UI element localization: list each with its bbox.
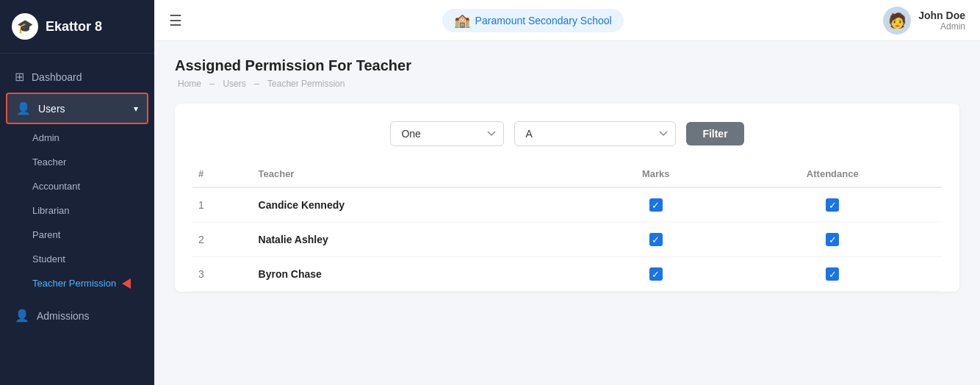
sidebar-item-label-admissions: Admissions (37, 310, 90, 322)
active-arrow-indicator (122, 278, 131, 289)
sidebar-subitem-teacher-permission[interactable]: Teacher Permission (0, 271, 154, 295)
breadcrumb-current: Teacher Permission (267, 79, 345, 89)
school-badge: 🏫 Paramount Secondary School (442, 9, 624, 32)
sidebar-subitem-label-teacher: Teacher (32, 156, 66, 168)
attendance-checkbox[interactable]: ✓ (826, 233, 839, 246)
cell-attendance: ✓ (724, 187, 942, 223)
sidebar-subitem-librarian[interactable]: Librarian (0, 198, 154, 223)
sidebar-subitem-accountant[interactable]: Accountant (0, 174, 154, 198)
table-row: 2 Natalie Ashley ✓ ✓ (192, 223, 942, 257)
page-title: Assigned Permission For Teacher (175, 57, 959, 74)
sidebar-subitem-label-teacher-permission: Teacher Permission (32, 278, 116, 289)
user-profile: 🧑 John Doe Admin (883, 7, 965, 35)
sidebar-item-label-users: Users (38, 103, 65, 115)
permissions-table: # Teacher Marks Attendance 1 Candice Ken… (192, 161, 942, 292)
school-name: Paramount Secondary School (475, 15, 612, 26)
cell-teacher: Byron Chase (253, 257, 588, 292)
sidebar-subitem-student[interactable]: Student (0, 247, 154, 271)
page-content: Assigned Permission For Teacher Home – U… (154, 41, 980, 385)
table-row: 1 Candice Kennedy ✓ ✓ (192, 187, 942, 223)
user-info: John Doe Admin (918, 10, 965, 32)
users-icon: 👤 (16, 101, 31, 115)
user-name: John Doe (918, 10, 965, 21)
attendance-checkbox[interactable]: ✓ (826, 267, 839, 281)
col-header-marks: Marks (588, 161, 724, 187)
breadcrumb: Home – Users – Teacher Permission (175, 79, 959, 89)
marks-checkbox[interactable]: ✓ (649, 233, 663, 246)
sidebar-subitem-label-student: Student (32, 253, 65, 265)
col-header-attendance: Attendance (724, 161, 942, 187)
table-row: 3 Byron Chase ✓ ✓ (192, 257, 942, 292)
cell-marks: ✓ (588, 257, 724, 292)
attendance-checkbox[interactable]: ✓ (826, 198, 839, 212)
sidebar-subitem-admin[interactable]: Admin (0, 126, 154, 150)
marks-checkbox[interactable]: ✓ (649, 267, 663, 281)
breadcrumb-home[interactable]: Home (178, 79, 201, 89)
brand-name: Ekattor 8 (46, 19, 102, 35)
filter-dropdown-a[interactable]: A B C (514, 121, 676, 146)
filter-dropdown-one[interactable]: One Two Three (390, 121, 504, 146)
cell-attendance: ✓ (724, 223, 942, 257)
dashboard-icon: ⊞ (15, 70, 24, 84)
main-card: One Two Three A B C Filter # Teacher Mar… (175, 104, 959, 292)
user-role: Admin (918, 21, 965, 32)
marks-checkbox[interactable]: ✓ (649, 198, 663, 212)
chevron-down-icon: ▾ (134, 104, 138, 114)
brand-logo-icon: 🎓 (17, 18, 33, 35)
cell-marks: ✓ (588, 223, 724, 257)
cell-num: 1 (192, 187, 253, 223)
school-info: 🏫 Paramount Secondary School (194, 9, 871, 32)
sidebar-subitem-parent[interactable]: Parent (0, 223, 154, 247)
breadcrumb-users[interactable]: Users (223, 79, 245, 89)
cell-marks: ✓ (588, 187, 724, 223)
sidebar-item-dashboard[interactable]: ⊞ Dashboard (0, 62, 154, 91)
cell-attendance: ✓ (724, 257, 942, 292)
menu-toggle-button[interactable]: ☰ (169, 12, 182, 29)
cell-teacher: Natalie Ashley (253, 223, 588, 257)
cell-num: 2 (192, 223, 253, 257)
main-content: ☰ 🏫 Paramount Secondary School 🧑 John Do… (154, 0, 980, 385)
sidebar-item-users[interactable]: 👤 Users ▾ (6, 93, 148, 124)
filter-button[interactable]: Filter (686, 122, 743, 145)
sidebar-subitem-label-admin: Admin (32, 132, 60, 143)
sidebar: 🎓 Ekattor 8 ⊞ Dashboard 👤 Users ▾ Admin … (0, 0, 154, 385)
sidebar-nav: ⊞ Dashboard 👤 Users ▾ Admin Teacher Acco… (0, 54, 154, 385)
sidebar-subitem-label-parent: Parent (32, 229, 60, 240)
cell-teacher: Candice Kennedy (253, 187, 588, 223)
col-header-teacher: Teacher (253, 161, 588, 187)
breadcrumb-sep2: – (254, 79, 262, 89)
col-header-num: # (192, 161, 253, 187)
school-icon: 🏫 (454, 12, 470, 29)
admissions-icon: 👤 (15, 309, 29, 323)
sidebar-subitem-label-librarian: Librarian (32, 205, 70, 216)
sidebar-item-label-dashboard: Dashboard (32, 71, 82, 83)
topbar: ☰ 🏫 Paramount Secondary School 🧑 John Do… (154, 0, 980, 41)
sidebar-item-admissions[interactable]: 👤 Admissions (0, 301, 154, 330)
cell-num: 3 (192, 257, 253, 292)
avatar: 🧑 (883, 7, 911, 35)
sidebar-subitem-label-accountant: Accountant (32, 181, 80, 192)
breadcrumb-sep1: – (209, 79, 217, 89)
brand-icon: 🎓 (12, 13, 38, 40)
brand: 🎓 Ekattor 8 (0, 0, 154, 54)
filter-row: One Two Three A B C Filter (192, 121, 942, 161)
sidebar-subitem-teacher[interactable]: Teacher (0, 150, 154, 174)
